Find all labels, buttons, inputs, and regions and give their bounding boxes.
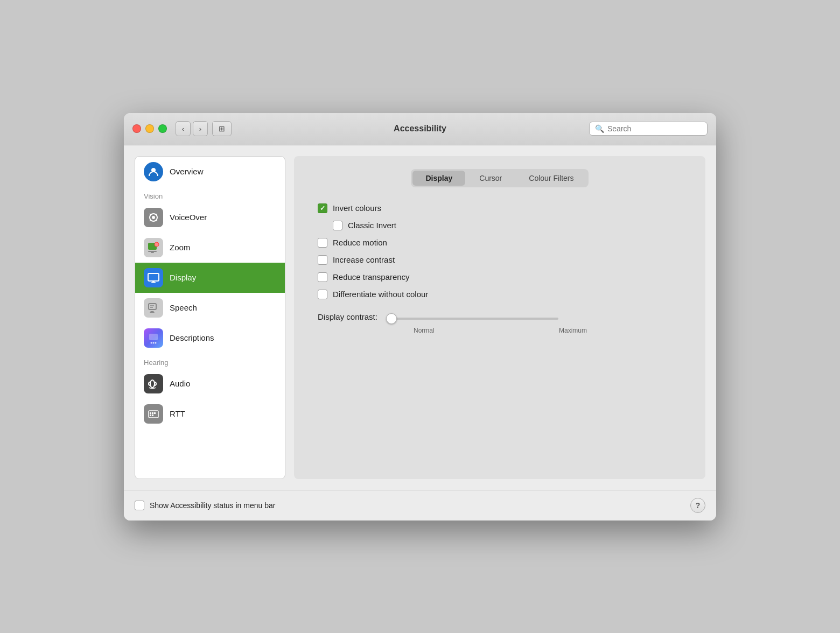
sidebar-item-zoom-label: Zoom (170, 243, 190, 252)
classic-invert-row: Classic Invert (318, 221, 682, 230)
increase-contrast-label: Increase contrast (333, 255, 395, 264)
forward-button[interactable]: › (193, 121, 208, 136)
window-title: Accessibility (394, 124, 446, 133)
classic-invert-checkbox[interactable] (333, 221, 342, 230)
sidebar-section-vision: Vision (135, 187, 285, 202)
svg-rect-4 (148, 251, 157, 252)
svg-rect-23 (152, 414, 153, 416)
reduce-motion-checkbox[interactable] (318, 238, 327, 248)
main-window: ‹ › ⊞ Accessibility 🔍 Overview (124, 113, 716, 521)
rtt-icon (144, 404, 163, 424)
sidebar-item-rtt[interactable]: RTT (135, 399, 285, 429)
sidebar-item-display[interactable]: Display (135, 263, 285, 293)
sidebar-item-overview-label: Overview (170, 167, 204, 176)
differentiate-label: Differentiate without colour (333, 290, 428, 299)
svg-point-16 (155, 342, 157, 343)
display-icon (144, 268, 163, 287)
sidebar-item-descriptions[interactable]: Descriptions (135, 323, 285, 353)
sidebar-item-overview[interactable]: Overview (135, 157, 285, 187)
show-status-row: Show Accessibility status in menu bar (135, 501, 275, 510)
reduce-transparency-label: Reduce transparency (333, 272, 410, 282)
zoom-icon (144, 238, 163, 257)
svg-point-14 (151, 342, 152, 343)
traffic-lights (132, 124, 167, 133)
svg-point-6 (155, 242, 159, 247)
svg-rect-8 (151, 282, 156, 283)
svg-rect-18 (149, 411, 158, 418)
speech-icon (144, 298, 163, 318)
grid-button[interactable]: ⊞ (212, 121, 232, 136)
nav-buttons: ‹ › (176, 121, 208, 136)
reduce-motion-row: Reduce motion (318, 238, 682, 248)
differentiate-row: Differentiate without colour (318, 290, 682, 299)
invert-colours-row: Invert colours (318, 203, 682, 213)
search-input[interactable] (607, 124, 702, 133)
sidebar-section-hearing: Hearing (135, 353, 285, 369)
reduce-motion-label: Reduce motion (333, 238, 387, 247)
sidebar-item-voiceover[interactable]: VoiceOver (135, 202, 285, 233)
tab-colour-filters[interactable]: Colour Filters (516, 171, 586, 186)
slider-max-label: Maximum (559, 327, 587, 334)
svg-rect-19 (150, 412, 151, 414)
svg-rect-13 (149, 334, 158, 340)
tab-cursor[interactable]: Cursor (466, 171, 515, 186)
reduce-transparency-row: Reduce transparency (318, 272, 682, 282)
slider-range-labels: Normal Maximum (318, 327, 587, 334)
increase-contrast-row: Increase contrast (318, 255, 682, 265)
sidebar-item-speech-label: Speech (170, 303, 197, 312)
svg-rect-20 (152, 412, 153, 414)
svg-rect-10 (149, 304, 156, 310)
main-panel: Display Cursor Colour Filters Invert col… (294, 156, 705, 479)
reduce-transparency-checkbox[interactable] (318, 272, 327, 282)
descriptions-icon (144, 328, 163, 348)
overview-icon (144, 162, 163, 181)
tab-group: Display Cursor Colour Filters (411, 169, 588, 187)
increase-contrast-checkbox[interactable] (318, 255, 327, 265)
sidebar-item-display-label: Display (170, 273, 196, 282)
bottom-bar: Show Accessibility status in menu bar ? (124, 490, 716, 521)
svg-rect-21 (154, 412, 156, 414)
sidebar-item-rtt-label: RTT (170, 409, 185, 418)
slider-label-row: Display contrast: (318, 312, 682, 321)
show-status-label: Show Accessibility status in menu bar (150, 501, 275, 510)
svg-point-2 (152, 216, 155, 219)
sidebar-item-audio-label: Audio (170, 379, 190, 388)
settings-area: Invert colours Classic Invert Reduce mot… (307, 198, 692, 340)
sidebar: Overview Vision VoiceOver (135, 156, 285, 479)
svg-point-15 (153, 342, 155, 343)
close-button[interactable] (132, 124, 141, 133)
display-contrast-slider[interactable] (386, 318, 558, 320)
svg-point-17 (150, 380, 155, 388)
differentiate-checkbox[interactable] (318, 290, 327, 299)
sidebar-item-audio[interactable]: Audio (135, 369, 285, 399)
maximize-button[interactable] (158, 124, 167, 133)
search-box[interactable]: 🔍 (589, 122, 708, 136)
slider-container (386, 312, 682, 321)
sidebar-item-zoom[interactable]: Zoom (135, 233, 285, 263)
slider-min-label: Normal (414, 327, 435, 334)
svg-rect-22 (150, 414, 151, 416)
svg-rect-9 (152, 281, 155, 282)
classic-invert-label: Classic Invert (348, 221, 396, 230)
back-button[interactable]: ‹ (176, 121, 191, 136)
sidebar-item-descriptions-label: Descriptions (170, 333, 214, 342)
display-contrast-label: Display contrast: (318, 312, 377, 321)
tab-display[interactable]: Display (412, 171, 465, 186)
minimize-button[interactable] (145, 124, 154, 133)
audio-icon (144, 374, 163, 393)
content-area: Overview Vision VoiceOver (124, 145, 716, 490)
voiceover-icon (144, 208, 163, 227)
sidebar-item-voiceover-label: VoiceOver (170, 213, 207, 222)
svg-rect-7 (148, 273, 159, 281)
titlebar: ‹ › ⊞ Accessibility 🔍 (124, 113, 716, 145)
show-status-checkbox[interactable] (135, 501, 144, 510)
svg-rect-5 (151, 252, 154, 253)
display-contrast-area: Display contrast: Normal Maximum (318, 312, 682, 334)
invert-colours-label: Invert colours (333, 203, 381, 213)
search-icon: 🔍 (595, 124, 604, 133)
help-button[interactable]: ? (690, 498, 705, 513)
sidebar-item-speech[interactable]: Speech (135, 293, 285, 323)
invert-colours-checkbox[interactable] (318, 203, 327, 213)
